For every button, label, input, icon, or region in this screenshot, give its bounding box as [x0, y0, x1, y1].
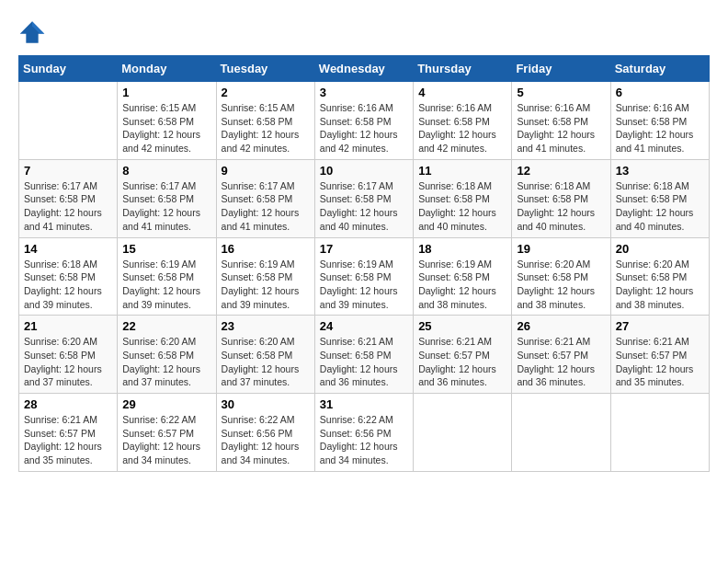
day-of-week-header: Monday	[118, 56, 216, 82]
day-number: 20	[616, 242, 704, 256]
day-number: 17	[320, 242, 408, 256]
sunrise-text: Sunrise: 6:20 AMSunset: 6:58 PMDaylight:…	[24, 336, 102, 387]
calendar-cell: 10 Sunrise: 6:17 AMSunset: 6:58 PMDaylig…	[314, 159, 413, 237]
day-number: 25	[418, 319, 506, 333]
calendar-cell: 28 Sunrise: 6:21 AMSunset: 6:57 PMDaylig…	[19, 394, 118, 472]
sunrise-text: Sunrise: 6:16 AMSunset: 6:58 PMDaylight:…	[418, 102, 496, 154]
calendar-cell: 7 Sunrise: 6:17 AMSunset: 6:58 PMDayligh…	[19, 159, 118, 237]
day-number: 6	[616, 86, 704, 99]
day-number: 16	[222, 242, 310, 256]
day-number: 10	[320, 164, 408, 178]
calendar-week-row: 21 Sunrise: 6:20 AMSunset: 6:58 PMDaylig…	[19, 316, 710, 394]
sunrise-text: Sunrise: 6:22 AMSunset: 6:56 PMDaylight:…	[320, 414, 398, 465]
day-number: 3	[320, 86, 408, 99]
calendar-week-row: 28 Sunrise: 6:21 AMSunset: 6:57 PMDaylig…	[19, 394, 710, 472]
calendar-header: SundayMondayTuesdayWednesdayThursdayFrid…	[19, 56, 710, 82]
sunrise-text: Sunrise: 6:21 AMSunset: 6:58 PMDaylight:…	[320, 336, 398, 387]
sunrise-text: Sunrise: 6:21 AMSunset: 6:57 PMDaylight:…	[517, 336, 595, 387]
day-of-week-header: Tuesday	[216, 56, 314, 82]
sunrise-text: Sunrise: 6:18 AMSunset: 6:58 PMDaylight:…	[517, 180, 595, 232]
calendar-body: 1 Sunrise: 6:15 AMSunset: 6:58 PMDayligh…	[19, 82, 710, 472]
calendar-cell	[414, 394, 512, 472]
day-number: 9	[222, 164, 310, 178]
sunrise-text: Sunrise: 6:20 AMSunset: 6:58 PMDaylight:…	[222, 336, 300, 387]
day-of-week-header: Sunday	[19, 56, 118, 82]
sunrise-text: Sunrise: 6:20 AMSunset: 6:58 PMDaylight:…	[616, 259, 694, 310]
day-number: 12	[517, 164, 605, 178]
calendar-cell: 31 Sunrise: 6:22 AMSunset: 6:56 PMDaylig…	[314, 394, 413, 472]
calendar-cell: 1 Sunrise: 6:15 AMSunset: 6:58 PMDayligh…	[118, 82, 216, 160]
calendar-cell: 8 Sunrise: 6:17 AMSunset: 6:58 PMDayligh…	[118, 159, 216, 237]
day-number: 26	[517, 319, 605, 333]
day-of-week-header: Friday	[512, 56, 610, 82]
calendar-week-row: 1 Sunrise: 6:15 AMSunset: 6:58 PMDayligh…	[19, 82, 710, 160]
page-header	[18, 18, 710, 46]
sunrise-text: Sunrise: 6:22 AMSunset: 6:57 PMDaylight:…	[122, 414, 200, 465]
day-number: 24	[320, 319, 408, 333]
day-number: 29	[122, 397, 210, 411]
sunrise-text: Sunrise: 6:17 AMSunset: 6:58 PMDaylight:…	[222, 180, 300, 232]
calendar-cell	[512, 394, 610, 472]
calendar-cell: 24 Sunrise: 6:21 AMSunset: 6:58 PMDaylig…	[314, 316, 413, 394]
calendar-cell: 20 Sunrise: 6:20 AMSunset: 6:58 PMDaylig…	[610, 237, 709, 316]
calendar-cell: 6 Sunrise: 6:16 AMSunset: 6:58 PMDayligh…	[610, 82, 709, 160]
sunrise-text: Sunrise: 6:15 AMSunset: 6:58 PMDaylight:…	[222, 102, 300, 154]
calendar-cell: 16 Sunrise: 6:19 AMSunset: 6:58 PMDaylig…	[216, 237, 314, 316]
calendar-table: SundayMondayTuesdayWednesdayThursdayFrid…	[18, 55, 710, 472]
calendar-cell: 4 Sunrise: 6:16 AMSunset: 6:58 PMDayligh…	[414, 82, 512, 160]
calendar-week-row: 14 Sunrise: 6:18 AMSunset: 6:58 PMDaylig…	[19, 237, 710, 316]
calendar-week-row: 7 Sunrise: 6:17 AMSunset: 6:58 PMDayligh…	[19, 159, 710, 237]
day-number: 18	[418, 242, 506, 256]
sunrise-text: Sunrise: 6:18 AMSunset: 6:58 PMDaylight:…	[24, 259, 102, 310]
day-number: 8	[122, 164, 210, 178]
sunrise-text: Sunrise: 6:17 AMSunset: 6:58 PMDaylight:…	[122, 180, 200, 232]
calendar-cell: 18 Sunrise: 6:19 AMSunset: 6:58 PMDaylig…	[414, 237, 512, 316]
calendar-cell: 27 Sunrise: 6:21 AMSunset: 6:57 PMDaylig…	[610, 316, 709, 394]
day-number: 14	[24, 242, 112, 256]
sunrise-text: Sunrise: 6:15 AMSunset: 6:58 PMDaylight:…	[122, 102, 200, 154]
calendar-cell: 13 Sunrise: 6:18 AMSunset: 6:58 PMDaylig…	[610, 159, 709, 237]
calendar-cell: 15 Sunrise: 6:19 AMSunset: 6:58 PMDaylig…	[118, 237, 216, 316]
sunrise-text: Sunrise: 6:16 AMSunset: 6:58 PMDaylight:…	[517, 102, 595, 154]
calendar-cell: 23 Sunrise: 6:20 AMSunset: 6:58 PMDaylig…	[216, 316, 314, 394]
day-number: 19	[517, 242, 605, 256]
sunrise-text: Sunrise: 6:20 AMSunset: 6:58 PMDaylight:…	[517, 259, 595, 310]
day-of-week-header: Saturday	[610, 56, 709, 82]
calendar-cell: 22 Sunrise: 6:20 AMSunset: 6:58 PMDaylig…	[118, 316, 216, 394]
calendar-cell: 12 Sunrise: 6:18 AMSunset: 6:58 PMDaylig…	[512, 159, 610, 237]
logo-icon	[18, 18, 46, 46]
day-number: 13	[616, 164, 704, 178]
logo	[18, 18, 50, 46]
day-number: 11	[418, 164, 506, 178]
sunrise-text: Sunrise: 6:19 AMSunset: 6:58 PMDaylight:…	[418, 259, 496, 310]
calendar-cell: 11 Sunrise: 6:18 AMSunset: 6:58 PMDaylig…	[414, 159, 512, 237]
sunrise-text: Sunrise: 6:21 AMSunset: 6:57 PMDaylight:…	[418, 336, 496, 387]
day-number: 15	[122, 242, 210, 256]
calendar-cell	[19, 82, 118, 160]
sunrise-text: Sunrise: 6:18 AMSunset: 6:58 PMDaylight:…	[418, 180, 496, 232]
day-number: 22	[122, 319, 210, 333]
day-number: 31	[320, 397, 408, 411]
day-number: 27	[616, 319, 704, 333]
day-number: 28	[24, 397, 112, 411]
day-number: 23	[222, 319, 310, 333]
calendar-cell: 3 Sunrise: 6:16 AMSunset: 6:58 PMDayligh…	[314, 82, 413, 160]
calendar-cell: 14 Sunrise: 6:18 AMSunset: 6:58 PMDaylig…	[19, 237, 118, 316]
calendar-cell: 5 Sunrise: 6:16 AMSunset: 6:58 PMDayligh…	[512, 82, 610, 160]
sunrise-text: Sunrise: 6:22 AMSunset: 6:56 PMDaylight:…	[222, 414, 300, 465]
sunrise-text: Sunrise: 6:16 AMSunset: 6:58 PMDaylight:…	[616, 102, 694, 154]
sunrise-text: Sunrise: 6:19 AMSunset: 6:58 PMDaylight:…	[222, 259, 300, 310]
day-number: 4	[418, 86, 506, 99]
sunrise-text: Sunrise: 6:20 AMSunset: 6:58 PMDaylight:…	[122, 336, 200, 387]
header-row: SundayMondayTuesdayWednesdayThursdayFrid…	[19, 56, 710, 82]
day-number: 1	[122, 86, 210, 99]
day-number: 30	[222, 397, 310, 411]
day-of-week-header: Thursday	[414, 56, 512, 82]
sunrise-text: Sunrise: 6:19 AMSunset: 6:58 PMDaylight:…	[320, 259, 398, 310]
sunrise-text: Sunrise: 6:21 AMSunset: 6:57 PMDaylight:…	[616, 336, 694, 387]
day-number: 5	[517, 86, 605, 99]
day-number: 21	[24, 319, 112, 333]
calendar-cell: 2 Sunrise: 6:15 AMSunset: 6:58 PMDayligh…	[216, 82, 314, 160]
sunrise-text: Sunrise: 6:19 AMSunset: 6:58 PMDaylight:…	[122, 259, 200, 310]
day-of-week-header: Wednesday	[314, 56, 413, 82]
